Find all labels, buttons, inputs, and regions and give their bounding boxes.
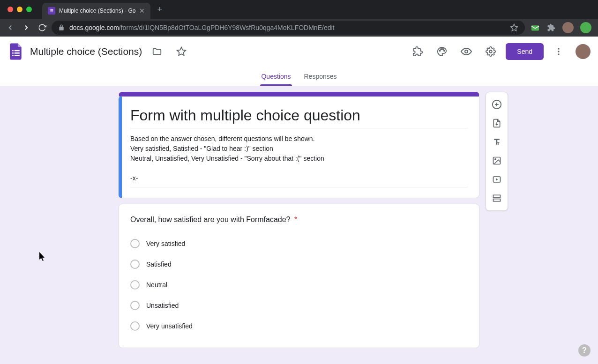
star-button[interactable] bbox=[172, 42, 191, 61]
svg-rect-31 bbox=[493, 195, 501, 197]
radio-icon[interactable] bbox=[130, 239, 140, 248]
extension-icons bbox=[528, 22, 594, 33]
svg-rect-13 bbox=[15, 55, 20, 56]
forward-button[interactable] bbox=[20, 21, 33, 34]
svg-point-28 bbox=[495, 159, 496, 160]
option-row[interactable]: Unsatisfied bbox=[130, 295, 468, 316]
browser-tab[interactable]: Multiple choice (Sections) - Go ✕ bbox=[42, 3, 150, 19]
add-question-button[interactable] bbox=[488, 96, 505, 113]
option-label: Very unsatisfied bbox=[146, 322, 193, 330]
browser-toolbar: docs.google.com/forms/d/1lQN5Bp8dOtTOaLG… bbox=[0, 19, 598, 37]
help-button[interactable]: ? bbox=[578, 344, 591, 357]
svg-rect-10 bbox=[12, 52, 14, 53]
svg-rect-9 bbox=[15, 50, 20, 51]
profile-avatar-icon[interactable] bbox=[562, 22, 574, 33]
account-avatar[interactable] bbox=[576, 44, 591, 59]
svg-point-17 bbox=[442, 48, 443, 49]
svg-rect-4 bbox=[50, 12, 51, 12]
extension-mail-icon[interactable] bbox=[531, 23, 540, 32]
forms-logo-icon[interactable] bbox=[7, 41, 24, 62]
browser-tab-strip: Multiple choice (Sections) - Go ✕ + bbox=[0, 0, 598, 19]
option-row[interactable]: Very unsatisfied bbox=[130, 316, 468, 336]
move-to-folder-button[interactable] bbox=[148, 42, 166, 61]
addons-button[interactable] bbox=[408, 42, 427, 61]
import-questions-button[interactable] bbox=[488, 115, 505, 132]
more-menu-button[interactable] bbox=[549, 42, 568, 61]
preview-button[interactable] bbox=[457, 42, 476, 61]
svg-point-21 bbox=[558, 48, 559, 49]
forms-favicon-icon bbox=[48, 7, 55, 15]
svg-marker-6 bbox=[511, 24, 518, 31]
radio-icon[interactable] bbox=[130, 301, 140, 310]
question-card[interactable]: Overall, how satisfied are you with Form… bbox=[119, 204, 479, 348]
form-description[interactable]: Based on the answer chosen, different qu… bbox=[130, 134, 468, 187]
form-tabs: Questions Responses bbox=[0, 67, 598, 86]
svg-rect-11 bbox=[15, 52, 20, 53]
profile-badge-icon[interactable] bbox=[580, 22, 591, 33]
form-canvas: Form with multiple choice question Based… bbox=[0, 86, 598, 364]
tab-close-icon[interactable]: ✕ bbox=[139, 7, 145, 15]
window-minimize[interactable] bbox=[17, 7, 22, 12]
tab-questions[interactable]: Questions bbox=[260, 67, 292, 86]
radio-icon[interactable] bbox=[130, 321, 140, 331]
svg-marker-14 bbox=[177, 47, 186, 55]
svg-point-16 bbox=[441, 48, 441, 49]
forms-app: Multiple choice (Sections) Send Question… bbox=[0, 37, 598, 364]
add-section-button[interactable] bbox=[488, 190, 505, 207]
svg-point-18 bbox=[444, 50, 445, 51]
svg-marker-30 bbox=[496, 178, 498, 181]
svg-point-22 bbox=[558, 51, 559, 52]
window-maximize[interactable] bbox=[26, 7, 32, 12]
tab-title: Multiple choice (Sections) - Go bbox=[59, 7, 135, 14]
svg-point-19 bbox=[465, 50, 468, 53]
svg-point-20 bbox=[490, 50, 493, 53]
app-header: Multiple choice (Sections) Send bbox=[0, 37, 598, 67]
customize-theme-button[interactable] bbox=[433, 42, 451, 61]
add-image-button[interactable] bbox=[488, 152, 505, 169]
required-asterisk: * bbox=[294, 215, 297, 223]
new-tab-button[interactable]: + bbox=[150, 5, 169, 15]
add-video-button[interactable] bbox=[488, 171, 505, 188]
window-close[interactable] bbox=[7, 7, 13, 12]
svg-rect-5 bbox=[51, 12, 53, 12]
svg-rect-32 bbox=[493, 199, 501, 201]
floating-toolbar bbox=[486, 92, 508, 211]
back-button[interactable] bbox=[4, 21, 17, 34]
url-host: docs.google.com bbox=[69, 24, 119, 31]
option-label: Unsatisfied bbox=[146, 302, 179, 309]
svg-point-15 bbox=[440, 50, 441, 51]
svg-rect-8 bbox=[12, 50, 14, 51]
option-label: Very satisfied bbox=[146, 240, 185, 247]
address-bar[interactable]: docs.google.com/forms/d/1lQN5Bp8dOtTOaLG… bbox=[52, 21, 525, 35]
svg-point-23 bbox=[558, 53, 559, 55]
extensions-puzzle-icon[interactable] bbox=[546, 23, 556, 32]
svg-rect-0 bbox=[50, 9, 51, 10]
lock-icon bbox=[58, 24, 65, 31]
svg-rect-12 bbox=[12, 55, 14, 56]
bookmark-star-icon[interactable] bbox=[510, 23, 518, 32]
svg-rect-3 bbox=[51, 10, 53, 11]
url-path: /forms/d/1lQN5Bp8dOtTOaLGgPDH6Y98WsfRu0q… bbox=[119, 24, 335, 31]
reload-button[interactable] bbox=[36, 21, 49, 34]
settings-button[interactable] bbox=[481, 42, 500, 61]
question-title[interactable]: Overall, how satisfied are you with Form… bbox=[130, 215, 468, 224]
svg-rect-2 bbox=[50, 10, 51, 11]
option-label: Satisfied bbox=[146, 260, 172, 268]
send-button[interactable]: Send bbox=[506, 43, 544, 60]
document-title[interactable]: Multiple choice (Sections) bbox=[30, 45, 142, 58]
window-controls bbox=[3, 7, 37, 12]
question-title-text: Overall, how satisfied are you with Form… bbox=[130, 215, 290, 223]
radio-icon[interactable] bbox=[130, 260, 140, 269]
svg-rect-1 bbox=[51, 9, 53, 10]
radio-icon[interactable] bbox=[130, 280, 140, 290]
tab-responses[interactable]: Responses bbox=[303, 67, 338, 86]
option-row[interactable]: Neutral bbox=[130, 275, 468, 295]
option-label: Neutral bbox=[146, 281, 167, 289]
form-header-card[interactable]: Form with multiple choice question Based… bbox=[119, 92, 479, 198]
form-title[interactable]: Form with multiple choice question bbox=[130, 107, 468, 128]
add-title-button[interactable] bbox=[488, 134, 505, 150]
option-row[interactable]: Very satisfied bbox=[130, 233, 468, 254]
option-row[interactable]: Satisfied bbox=[130, 254, 468, 275]
url-text: docs.google.com/forms/d/1lQN5Bp8dOtTOaLG… bbox=[69, 24, 505, 31]
